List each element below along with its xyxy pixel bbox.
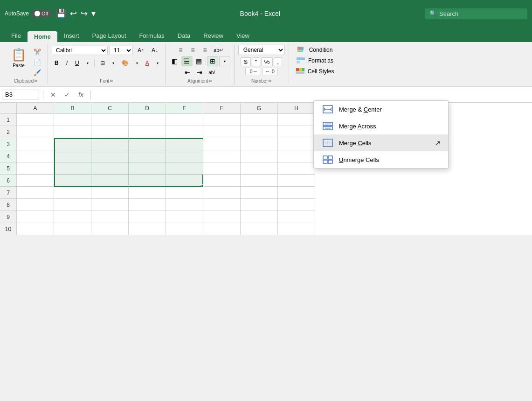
cell-b4[interactable] — [54, 150, 91, 162]
cell-g4[interactable] — [241, 150, 278, 162]
cell-b6[interactable] — [54, 175, 91, 187]
cell-a10[interactable] — [17, 223, 54, 235]
row-header-10[interactable]: 10 — [0, 223, 17, 235]
cell-h2[interactable] — [278, 126, 315, 138]
cell-d6[interactable] — [129, 175, 166, 187]
cell-h9[interactable] — [278, 211, 315, 223]
cell-reference-input[interactable] — [2, 90, 39, 99]
cell-c8[interactable] — [91, 199, 129, 211]
cell-h10[interactable] — [278, 223, 315, 235]
align-bottom-button[interactable]: ≡ — [200, 45, 211, 55]
cell-c2[interactable] — [91, 126, 129, 138]
autosave-toggle[interactable]: Off — [32, 10, 51, 17]
font-family-select[interactable]: Calibri — [52, 46, 108, 55]
increase-decimal-button[interactable]: .0→ — [245, 68, 261, 75]
cell-b7[interactable] — [54, 187, 91, 199]
paste-button[interactable]: 📋 Paste — [7, 46, 30, 77]
align-left-button[interactable]: ◧ — [169, 56, 180, 66]
decrease-font-button[interactable]: A↓ — [149, 46, 161, 55]
corner-cell[interactable] — [0, 103, 17, 114]
cell-f7[interactable] — [203, 187, 241, 199]
format-painter-button[interactable]: 🖌️ — [31, 68, 44, 77]
fill-color-button[interactable]: 🎨 — [119, 59, 131, 67]
tab-page-layout[interactable]: Page Layout — [86, 30, 133, 42]
cell-b1[interactable] — [54, 114, 91, 126]
cell-h7[interactable] — [278, 187, 315, 199]
cell-g1[interactable] — [241, 114, 278, 126]
cell-d1[interactable] — [129, 114, 166, 126]
col-header-d[interactable]: D — [129, 103, 166, 114]
cell-c4[interactable] — [91, 150, 129, 162]
cell-e8[interactable] — [166, 199, 203, 211]
cell-d2[interactable] — [129, 126, 166, 138]
cell-d4[interactable] — [129, 150, 166, 162]
cell-e6[interactable] — [166, 175, 203, 187]
number-format-select[interactable]: General — [238, 45, 285, 55]
cell-c3[interactable] — [91, 138, 129, 150]
col-header-g[interactable]: G — [241, 103, 278, 114]
cell-g6[interactable] — [241, 175, 278, 187]
save-icon[interactable]: 💾 — [56, 8, 66, 19]
search-input[interactable] — [439, 10, 514, 17]
font-color-button[interactable]: A — [143, 59, 152, 67]
wrap-text-button[interactable]: ab↵ — [213, 45, 224, 55]
cell-h3[interactable] — [278, 138, 315, 150]
redo-icon[interactable]: ↪ — [81, 8, 88, 19]
cell-e2[interactable] — [166, 126, 203, 138]
cell-a3[interactable] — [17, 138, 54, 150]
cell-c6[interactable] — [91, 175, 129, 187]
increase-font-button[interactable]: A↑ — [135, 46, 147, 55]
cell-c10[interactable] — [91, 223, 129, 235]
cell-b9[interactable] — [54, 211, 91, 223]
cell-c9[interactable] — [91, 211, 129, 223]
merge-cells-item[interactable]: Merge Cells ↗ — [314, 134, 448, 151]
cell-f8[interactable] — [203, 199, 241, 211]
font-size-select[interactable]: 11 — [110, 46, 133, 55]
underline-button[interactable]: U — [72, 59, 82, 67]
row-header-3[interactable]: 3 — [0, 138, 17, 150]
cell-f9[interactable] — [203, 211, 241, 223]
cell-g7[interactable] — [241, 187, 278, 199]
align-middle-button[interactable]: ≡ — [187, 45, 199, 55]
row-header-2[interactable]: 2 — [0, 126, 17, 138]
italic-button[interactable]: I — [63, 59, 70, 67]
indent-decrease-button[interactable]: ⇤ — [182, 67, 193, 77]
merge-center-item[interactable]: Merge & Center — [314, 101, 448, 118]
cell-styles-button[interactable]: Cell Styles — [293, 66, 337, 77]
merge-center-button[interactable]: ⊞ — [207, 56, 218, 66]
cancel-formula-button[interactable]: ✕ — [47, 90, 59, 100]
cell-f2[interactable] — [203, 126, 241, 138]
cell-e10[interactable] — [166, 223, 203, 235]
cell-d10[interactable] — [129, 223, 166, 235]
tab-home[interactable]: Home — [28, 31, 57, 42]
unmerge-cells-item[interactable]: Unmerge Cells — [314, 151, 448, 168]
cell-g8[interactable] — [241, 199, 278, 211]
number-expand-icon[interactable]: ⧉ — [269, 79, 271, 84]
cell-e9[interactable] — [166, 211, 203, 223]
cell-e3[interactable] — [166, 138, 203, 150]
cell-c5[interactable] — [91, 162, 129, 175]
font-color-dropdown-button[interactable]: ▾ — [154, 60, 161, 66]
cell-e4[interactable] — [166, 150, 203, 162]
tab-review[interactable]: Review — [197, 30, 230, 42]
row-header-6[interactable]: 6 — [0, 175, 17, 187]
cell-a8[interactable] — [17, 199, 54, 211]
tab-data[interactable]: Data — [171, 30, 197, 42]
percent-button[interactable]: % — [261, 57, 273, 66]
cell-c7[interactable] — [91, 187, 129, 199]
cell-g2[interactable] — [241, 126, 278, 138]
cell-b2[interactable] — [54, 126, 91, 138]
col-header-e[interactable]: E — [166, 103, 203, 114]
search-box[interactable]: 🔍 — [425, 8, 527, 19]
format-as-table-button[interactable]: Format as — [293, 56, 336, 66]
cell-a9[interactable] — [17, 211, 54, 223]
cell-h6[interactable] — [278, 175, 315, 187]
align-center-button[interactable]: ☰ — [181, 56, 193, 66]
cell-b3[interactable] — [54, 138, 91, 150]
cell-h4[interactable] — [278, 150, 315, 162]
row-header-7[interactable]: 7 — [0, 187, 17, 199]
cell-e5[interactable] — [166, 162, 203, 175]
cell-a6[interactable] — [17, 175, 54, 187]
border-dropdown-button[interactable]: ▾ — [110, 60, 117, 66]
copy-button[interactable]: 📄 — [31, 58, 44, 67]
